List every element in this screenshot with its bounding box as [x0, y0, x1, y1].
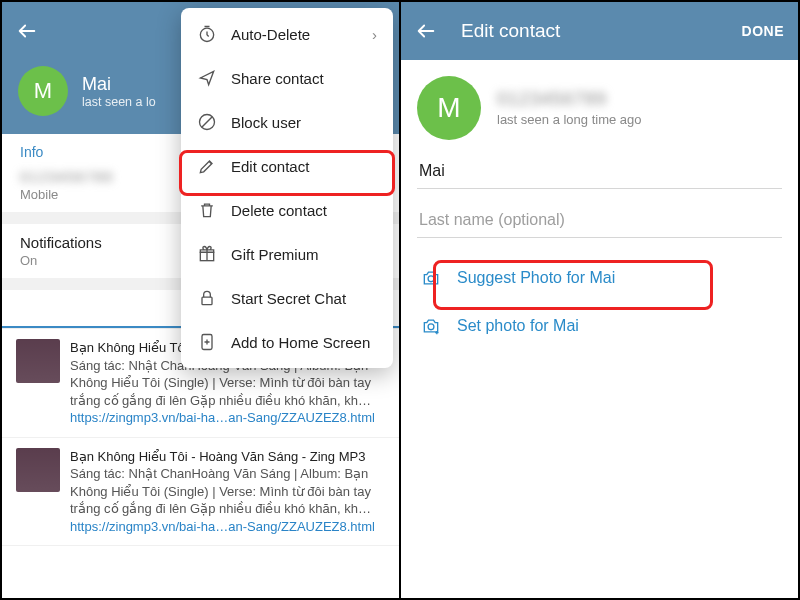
contact-header-row: M 0123456789 last seen a long time ago: [417, 76, 782, 140]
menu-share-contact[interactable]: Share contact: [181, 56, 393, 100]
link-url: https://zingmp3.vn/bai-ha…an-Sang/ZZAUZE…: [70, 518, 385, 536]
overflow-menu: Auto-Delete › Share contact Block user E…: [181, 8, 393, 368]
menu-label: Auto-Delete: [231, 26, 310, 43]
timer-icon: [197, 24, 217, 44]
action-label: Suggest Photo for Mai: [457, 269, 615, 287]
set-photo-button[interactable]: Set photo for Mai: [417, 302, 782, 350]
link-thumbnail: [16, 339, 60, 383]
contact-phone: 0123456789: [497, 89, 642, 110]
menu-start-secret-chat[interactable]: Start Secret Chat: [181, 276, 393, 320]
edit-contact-screen: Edit contact DONE M 0123456789 last seen…: [399, 0, 800, 600]
last-seen-status: last seen a long time ago: [497, 112, 642, 127]
chevron-right-icon: ›: [372, 26, 377, 43]
header: Edit contact DONE: [401, 2, 798, 60]
link-title: Bạn Không Hiểu Tôi - Hoàng Văn Sáng - Zi…: [70, 448, 385, 466]
first-name-field[interactable]: [417, 154, 782, 189]
menu-label: Start Secret Chat: [231, 290, 346, 307]
done-button[interactable]: DONE: [742, 23, 784, 39]
share-icon: [197, 68, 217, 88]
link-description: Sáng tác: Nhật ChanHoàng Văn Sáng | Albu…: [70, 465, 385, 518]
menu-add-home-screen[interactable]: Add to Home Screen: [181, 320, 393, 364]
suggest-photo-button[interactable]: Suggest Photo for Mai: [417, 254, 782, 302]
menu-label: Block user: [231, 114, 301, 131]
last-seen-status: last seen a lo: [82, 95, 156, 109]
menu-edit-contact[interactable]: Edit contact: [181, 144, 393, 188]
list-item[interactable]: Bạn Không Hiểu Tôi - Hoàng Văn Sáng - Zi…: [2, 438, 399, 547]
svg-point-5: [428, 276, 434, 282]
avatar[interactable]: M: [18, 66, 68, 116]
menu-label: Share contact: [231, 70, 324, 87]
action-label: Set photo for Mai: [457, 317, 579, 335]
home-add-icon: [197, 332, 217, 352]
lock-icon: [197, 288, 217, 308]
menu-label: Edit contact: [231, 158, 309, 175]
menu-gift-premium[interactable]: Gift Premium: [181, 232, 393, 276]
last-name-field[interactable]: [417, 203, 782, 238]
camera-add-icon: [421, 316, 441, 336]
link-thumbnail: [16, 448, 60, 492]
svg-point-6: [428, 324, 434, 330]
menu-label: Delete contact: [231, 202, 327, 219]
back-icon[interactable]: [415, 20, 437, 42]
pencil-icon: [197, 156, 217, 176]
menu-label: Add to Home Screen: [231, 334, 370, 351]
trash-icon: [197, 200, 217, 220]
link-url: https://zingmp3.vn/bai-ha…an-Sang/ZZAUZE…: [70, 409, 385, 427]
back-icon[interactable]: [16, 20, 38, 42]
menu-label: Gift Premium: [231, 246, 319, 263]
menu-delete-contact[interactable]: Delete contact: [181, 188, 393, 232]
menu-auto-delete[interactable]: Auto-Delete ›: [181, 12, 393, 56]
contact-profile-screen: M Mai last seen a lo Info 0123456789 Mob…: [0, 0, 401, 600]
page-title: Edit contact: [461, 20, 560, 42]
camera-suggest-icon: [421, 268, 441, 288]
contact-name: Mai: [82, 74, 156, 95]
block-icon: [197, 112, 217, 132]
avatar[interactable]: M: [417, 76, 481, 140]
gift-icon: [197, 244, 217, 264]
menu-block-user[interactable]: Block user: [181, 100, 393, 144]
svg-rect-3: [202, 297, 212, 305]
